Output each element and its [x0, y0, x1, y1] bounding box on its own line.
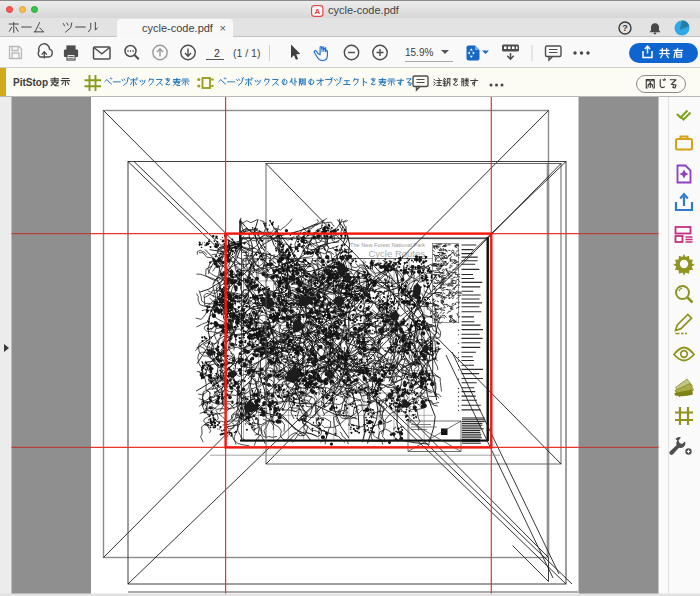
svg-text:PitStop: PitStop	[13, 77, 48, 88]
svg-text:A: A	[314, 7, 320, 16]
svg-text:?: ?	[622, 23, 628, 33]
svg-text:Cycle Routes: Cycle Routes	[369, 248, 426, 259]
svg-text:The New Forest National Park: The New Forest National Park	[350, 242, 425, 248]
